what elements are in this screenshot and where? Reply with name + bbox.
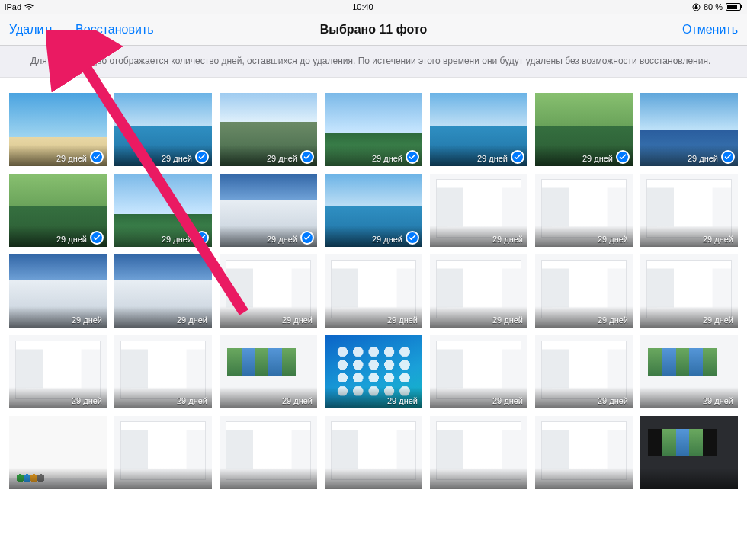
- photo-grid: 29 дней29 дней29 дней29 дней29 дней29 дн…: [9, 93, 738, 489]
- days-remaining-label: 29 дней: [703, 235, 733, 244]
- photo-thumbnail[interactable]: 29 дней: [430, 335, 527, 408]
- days-remaining-label: 29 дней: [282, 396, 313, 405]
- photo-thumbnail[interactable]: 29 дней: [430, 254, 527, 328]
- delete-button[interactable]: Удалить: [6, 18, 59, 41]
- photo-thumbnail[interactable]: 29 дней: [220, 174, 317, 247]
- thumbnail-gradient: [640, 468, 738, 489]
- photo-thumbnail[interactable]: 29 дней: [114, 93, 212, 166]
- selected-checkmark-icon: [195, 150, 209, 164]
- thumbnail-gradient: [430, 468, 527, 489]
- selected-checkmark-icon: [90, 231, 104, 245]
- selected-checkmark-icon: [300, 231, 314, 245]
- days-remaining-label: 29 дней: [477, 154, 508, 163]
- photo-thumbnail[interactable]: 29 дней: [325, 335, 422, 408]
- cancel-button[interactable]: Отменить: [679, 18, 741, 41]
- days-remaining-label: 29 дней: [177, 396, 207, 405]
- days-remaining-label: 29 дней: [282, 315, 313, 325]
- days-remaining-label: 29 дней: [72, 315, 102, 325]
- days-remaining-label: 29 дней: [72, 396, 102, 405]
- status-left: iPad: [5, 2, 34, 11]
- photo-thumbnail[interactable]: [325, 416, 422, 489]
- days-remaining-label: 29 дней: [267, 235, 297, 244]
- thumbnail-gradient: [9, 468, 107, 489]
- svg-rect-2: [727, 5, 737, 9]
- photo-thumbnail[interactable]: 29 дней: [114, 174, 212, 247]
- photo-thumbnail[interactable]: [640, 416, 738, 489]
- photo-thumbnail[interactable]: 29 дней: [114, 254, 212, 328]
- selected-checkmark-icon: [406, 150, 419, 164]
- days-remaining-label: 29 дней: [598, 396, 628, 405]
- battery-icon: [726, 3, 742, 11]
- selected-checkmark-icon: [195, 231, 209, 245]
- status-time: 10:40: [352, 2, 374, 11]
- days-remaining-label: 29 дней: [372, 235, 402, 244]
- days-remaining-label: 29 дней: [582, 154, 613, 163]
- photo-thumbnail[interactable]: 29 дней: [430, 174, 527, 247]
- orientation-lock-icon: [692, 3, 701, 11]
- days-remaining-label: 29 дней: [492, 315, 523, 325]
- photo-thumbnail[interactable]: [430, 416, 527, 489]
- status-right: 80 %: [692, 2, 742, 11]
- photo-thumbnail[interactable]: 29 дней: [325, 254, 422, 328]
- days-remaining-label: 29 дней: [56, 154, 87, 163]
- svg-rect-3: [741, 5, 742, 8]
- restore-button[interactable]: Восстановить: [72, 18, 156, 41]
- battery-percent: 80 %: [704, 2, 723, 11]
- days-remaining-label: 29 дней: [162, 154, 192, 163]
- days-remaining-label: 29 дней: [688, 154, 718, 163]
- days-remaining-label: 29 дней: [492, 235, 523, 244]
- selected-checkmark-icon: [616, 150, 630, 164]
- days-remaining-label: 29 дней: [372, 154, 402, 163]
- selected-checkmark-icon: [406, 231, 419, 245]
- days-remaining-label: 29 дней: [598, 235, 628, 244]
- selected-checkmark-icon: [90, 150, 104, 164]
- photo-thumbnail[interactable]: 29 дней: [9, 254, 107, 328]
- photo-thumbnail[interactable]: 29 дней: [535, 254, 633, 328]
- photo-thumbnail[interactable]: [114, 416, 212, 489]
- photo-thumbnail[interactable]: 29 дней: [640, 93, 738, 166]
- photo-thumbnail[interactable]: 29 дней: [114, 335, 212, 408]
- photo-thumbnail[interactable]: 29 дней: [640, 335, 738, 408]
- device-label: iPad: [5, 2, 21, 11]
- days-remaining-label: 29 дней: [267, 154, 297, 163]
- photo-thumbnail[interactable]: 29 дней: [220, 93, 317, 166]
- photo-thumbnail[interactable]: 29 дней: [9, 335, 107, 408]
- wifi-icon: [24, 3, 34, 11]
- photo-thumbnail[interactable]: 29 дней: [640, 174, 738, 247]
- selected-checkmark-icon: [511, 150, 524, 164]
- thumbnail-gradient: [114, 468, 212, 489]
- days-remaining-label: 29 дней: [387, 315, 418, 325]
- photo-thumbnail[interactable]: 29 дней: [535, 93, 633, 166]
- selected-checkmark-icon: [300, 150, 314, 164]
- thumbnail-gradient: [325, 468, 422, 489]
- photo-thumbnail[interactable]: 29 дней: [9, 174, 107, 247]
- days-remaining-label: 29 дней: [162, 235, 192, 244]
- days-remaining-label: 29 дней: [387, 396, 418, 405]
- thumbnail-gradient: [220, 468, 317, 489]
- days-remaining-label: 29 дней: [177, 315, 207, 325]
- photo-thumbnail[interactable]: 29 дней: [220, 254, 317, 328]
- days-remaining-label: 29 дней: [492, 396, 523, 405]
- days-remaining-label: 29 дней: [703, 396, 733, 405]
- info-strip: Для фото и видео отображается количество…: [0, 46, 747, 78]
- photo-thumbnail[interactable]: [9, 416, 107, 489]
- photo-thumbnail[interactable]: 29 дней: [325, 93, 422, 166]
- photo-thumbnail[interactable]: 29 дней: [640, 254, 738, 328]
- photo-thumbnail[interactable]: [535, 416, 633, 489]
- days-remaining-label: 29 дней: [56, 235, 87, 244]
- thumbnail-gradient: [535, 468, 633, 489]
- nav-bar: Удалить Восстановить Выбрано 11 фото Отм…: [0, 14, 747, 46]
- photo-thumbnail[interactable]: [220, 416, 317, 489]
- photo-thumbnail[interactable]: 29 дней: [220, 335, 317, 408]
- photo-thumbnail[interactable]: 29 дней: [535, 174, 633, 247]
- photo-thumbnail[interactable]: 29 дней: [9, 93, 107, 166]
- photo-thumbnail[interactable]: 29 дней: [430, 93, 527, 166]
- page-title: Выбрано 11 фото: [320, 23, 427, 37]
- photo-thumbnail[interactable]: 29 дней: [535, 335, 633, 408]
- status-bar: iPad 10:40 80 %: [0, 0, 747, 14]
- photo-thumbnail[interactable]: 29 дней: [325, 174, 422, 247]
- photo-grid-container: 29 дней29 дней29 дней29 дней29 дней29 дн…: [0, 78, 747, 489]
- days-remaining-label: 29 дней: [703, 315, 733, 325]
- days-remaining-label: 29 дней: [598, 315, 628, 325]
- selected-checkmark-icon: [721, 150, 735, 164]
